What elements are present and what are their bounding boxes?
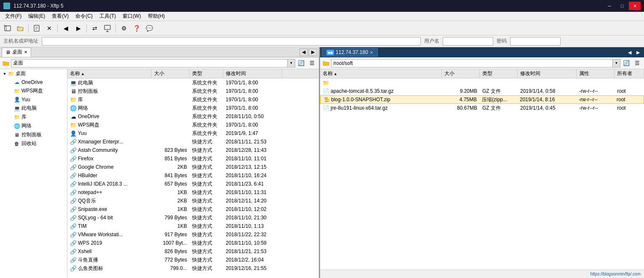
right-col-header-name[interactable]: 名称 ▲	[320, 69, 442, 78]
left-file-row[interactable]: ☁OneDrive系统文件夹2018/11/10, 0:50	[67, 112, 319, 121]
right-col-header-attr[interactable]: 属性	[577, 69, 615, 78]
left-file-row[interactable]: 🖥控制面板系统文件夹1970/1/1, 8:00	[67, 87, 319, 95]
info-button[interactable]: ❓	[131, 23, 142, 34]
minimize-button[interactable]: ─	[604, 2, 615, 10]
properties-button[interactable]	[31, 23, 43, 34]
left-file-row[interactable]: 🔗WPS 20191007 Byt...快捷方式2018/11/10, 10:5…	[67, 239, 319, 247]
left-file-row[interactable]: 🔗Xshell826 Bytes快捷方式2018/11/21, 21:53	[67, 247, 319, 256]
left-view-toggle[interactable]: ☰	[307, 59, 317, 68]
message-button[interactable]: 💬	[143, 23, 155, 34]
left-nav-next[interactable]: ▶	[309, 49, 317, 56]
restore-button[interactable]: □	[616, 2, 628, 10]
menu-window[interactable]: 窗口(W)	[119, 12, 144, 21]
tree-item-computer[interactable]: 💻 此电脑	[0, 104, 67, 113]
menu-view[interactable]: 查看(V)	[48, 12, 72, 21]
close-button[interactable]: ✕	[629, 2, 641, 10]
right-file-row[interactable]: 📄apache-tomcat-8.5.35.tar.gz9.20MBGZ 文件2…	[320, 87, 644, 95]
left-file-row[interactable]: 👤Yuu系统文件夹2019/1/9, 1:47	[67, 129, 319, 138]
left-refresh-button[interactable]: 🔄	[296, 59, 306, 68]
right-file-row[interactable]: 🗜blog-1.0.0-SNAPSHOT.zip4.75MB压缩(zipp...…	[320, 95, 644, 104]
tree-item-yuu[interactable]: 👤 Yuu	[0, 95, 67, 104]
tree-item-library[interactable]: 📁 库	[0, 113, 67, 121]
open-folder-button[interactable]	[14, 23, 26, 34]
left-file-row[interactable]: 📁库系统文件夹1970/1/1, 8:00	[67, 95, 319, 104]
tree-item-network[interactable]: 🌐 网络	[0, 121, 67, 130]
left-file-type-cell: 快捷方式	[190, 206, 223, 213]
forward-button[interactable]: ▶	[72, 23, 84, 34]
right-file-row[interactable]: 📁	[320, 78, 644, 87]
settings-button[interactable]: ⚙	[118, 23, 130, 34]
right-col-header-size[interactable]: 大小	[442, 69, 480, 78]
left-col-header-size[interactable]: 大小	[152, 69, 190, 78]
left-file-row[interactable]: 🔗QQ音乐2KB快捷方式2018/12/11, 14:20	[67, 197, 319, 205]
left-file-row[interactable]: 🔗Xmanager Enterpr...快捷方式2018/11/11, 21:5…	[67, 138, 319, 146]
right-path-input[interactable]	[331, 59, 613, 67]
left-col-header-date[interactable]: 修改时间	[223, 69, 282, 78]
left-file-size-cell: 772 Bytes	[152, 257, 190, 263]
right-col-header-owner[interactable]: 所有者	[615, 69, 644, 78]
password-input[interactable]	[510, 37, 561, 46]
menu-tools[interactable]: 工具(T)	[96, 12, 119, 21]
right-refresh-button[interactable]: 🔄	[621, 59, 631, 68]
left-file-row[interactable]: 🔗VMware Workstati...917 Bytes快捷方式2018/11…	[67, 230, 319, 239]
menu-file[interactable]: 文件(F)	[2, 12, 25, 21]
left-file-row[interactable]: 🔗Snipaste.exe1KB快捷方式2018/11/10, 12:02	[67, 205, 319, 213]
right-nav-next[interactable]: ▶	[634, 49, 642, 56]
separator-4	[115, 24, 116, 32]
left-file-row[interactable]: 🔗斗鱼直播772 Bytes快捷方式2018/12/2, 16:04	[67, 256, 319, 264]
menu-command[interactable]: 命令(C)	[72, 12, 96, 21]
right-tab-close[interactable]: ✕	[370, 50, 373, 55]
left-file-row[interactable]: 🔗HBuilder841 Bytes快捷方式2018/11/10, 16:24	[67, 171, 319, 180]
new-session-button[interactable]	[2, 23, 13, 34]
left-tab-desktop[interactable]: 🖥 桌面 ✕	[2, 48, 31, 57]
separator-1	[28, 24, 29, 32]
left-col-header-type[interactable]: 类型	[190, 69, 223, 78]
left-file-size-cell: 799 Bytes	[152, 215, 190, 221]
left-file-name-label: SQLyog - 64 bit	[78, 215, 113, 221]
left-file-row[interactable]: 🔗IntelliJ IDEA 2018.3 ...657 Bytes快捷方式20…	[67, 180, 319, 188]
username-input[interactable]	[443, 37, 493, 46]
tree-icon-library: 📁	[13, 114, 20, 121]
sync-button[interactable]: ⇄	[89, 23, 101, 34]
right-path-dropdown[interactable]: ▼	[613, 59, 620, 67]
left-tab-close[interactable]: ✕	[24, 50, 27, 54]
left-nav-prev[interactable]: ◀	[299, 49, 308, 56]
left-file-row[interactable]: 🔗么鱼类图标799.0...快捷方式2019/12/16, 21:55	[67, 264, 319, 273]
left-file-date-cell: 1970/1/1, 8:00	[223, 97, 282, 103]
upload-button[interactable]	[102, 23, 113, 34]
tree-icon-network: 🌐	[13, 123, 20, 130]
tree-item-onedrive[interactable]: ☁ OneDrive	[0, 78, 67, 86]
left-file-row[interactable]: 🌐网络系统文件夹1970/1/1, 8:00	[67, 104, 319, 112]
tree-item-controlpanel[interactable]: 🖥 控制面板	[0, 130, 67, 139]
right-view-toggle[interactable]: ☰	[632, 59, 642, 68]
menu-help[interactable]: 帮助(H)	[144, 12, 168, 21]
left-file-row[interactable]: 🔗notepad++1KB快捷方式2018/11/10, 11:31	[67, 188, 319, 197]
left-file-row[interactable]: 🔗Astah Community823 Bytes快捷方式2018/12/28,…	[67, 146, 319, 154]
left-file-row[interactable]: 📁WPS网盘系统文件夹1970/1/1, 8:00	[67, 121, 319, 129]
right-tab-remote[interactable]: ■■ 112.74.37.180 ✕	[322, 48, 378, 57]
left-col-header-name[interactable]: 名称 ▲	[67, 69, 152, 78]
left-file-row[interactable]: 🔗Google Chrome2KB快捷方式2018/12/13, 12:15	[67, 163, 319, 171]
left-path-dropdown[interactable]: ▼	[288, 59, 295, 67]
left-path-input[interactable]	[11, 59, 288, 67]
right-nav-prev[interactable]: ◀	[625, 49, 634, 56]
left-file-icon: ☁	[70, 113, 77, 120]
right-col-header-date[interactable]: 修改时间	[518, 69, 577, 78]
tree-item-recycle[interactable]: 🗑 回收站	[0, 139, 67, 148]
left-file-row[interactable]: 🔗SQLyog - 64 bit799 Bytes快捷方式2018/11/10,…	[67, 213, 319, 222]
delete-button[interactable]: ✕	[43, 23, 55, 34]
left-file-row[interactable]: 💻此电脑系统文件夹1970/1/1, 8:00	[67, 78, 319, 87]
menu-edit[interactable]: 编辑(E)	[25, 12, 48, 21]
tree-item-wps[interactable]: 📁 WPS网盘	[0, 86, 67, 95]
left-file-row[interactable]: 🔗TIM1KB快捷方式2018/11/10, 1:13	[67, 222, 319, 230]
tree-item-desktop[interactable]: ▼ 📁 桌面	[0, 69, 67, 78]
right-file-row[interactable]: 📄jre-8u191-linux-x64.tar.gz80.67MBGZ 文件2…	[320, 104, 644, 112]
left-file-name-cell: 🔗VMware Workstati...	[67, 231, 152, 238]
host-input[interactable]	[42, 37, 421, 46]
left-file-date-cell: 2018/11/10, 11:31	[223, 189, 282, 195]
left-file-row[interactable]: 🔗Firefox851 Bytes快捷方式2018/11/10, 11:01	[67, 154, 319, 163]
right-col-header-type[interactable]: 类型	[480, 69, 518, 78]
back-button[interactable]: ◀	[60, 23, 72, 34]
left-file-type-cell: 快捷方式	[190, 223, 223, 230]
left-file-type-cell: 快捷方式	[190, 155, 223, 162]
